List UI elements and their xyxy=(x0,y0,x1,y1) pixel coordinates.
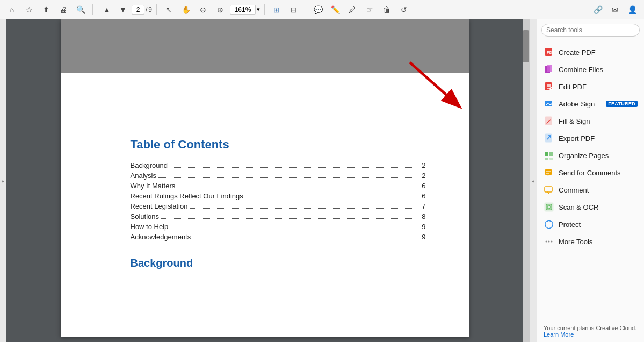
combine-files-icon xyxy=(544,64,554,75)
tool-scan-ocr[interactable]: Scan & OCR xyxy=(537,198,644,216)
adobe-sign-icon xyxy=(544,98,554,109)
toc-entry: Recent Legislation 7 xyxy=(131,202,426,210)
toc-page-num: 6 xyxy=(422,192,425,200)
sep4 xyxy=(306,4,306,15)
toc-entry-name: Acknowledgements xyxy=(131,233,191,241)
toc-title: Table of Contents xyxy=(131,138,426,152)
svg-rect-25 xyxy=(545,187,552,192)
undo-tool[interactable]: ↺ xyxy=(396,2,411,17)
protect-icon xyxy=(544,219,554,230)
toc-dots xyxy=(170,229,419,229)
zoom-control: 161% ▾ xyxy=(230,5,260,15)
toc-page-num: 2 xyxy=(422,161,425,169)
tool-edit-pdf[interactable]: Edit PDF xyxy=(537,78,644,95)
toc-entry-name: Recent Rulings Reflect Our Findings xyxy=(131,192,243,200)
left-panel-toggle[interactable]: ▸ xyxy=(0,19,6,342)
zoom-plus-tool[interactable]: ⊕ xyxy=(213,2,228,17)
toc-entry-name: How to Help xyxy=(131,223,169,231)
pdf-page: Table of Contents Background 2 Analysis … xyxy=(61,19,469,337)
scrollbar-thumb[interactable] xyxy=(523,30,529,62)
more-tools-icon xyxy=(544,236,554,247)
crop-tool[interactable]: ⊟ xyxy=(286,2,301,17)
tools-search-input[interactable] xyxy=(541,24,640,37)
pen-tool[interactable]: ✏️ xyxy=(328,2,343,17)
highlight-tool[interactable]: 🖊 xyxy=(345,2,360,17)
featured-badge: FEATURED xyxy=(606,101,638,107)
page-up-button[interactable]: ▲ xyxy=(99,2,114,17)
toc-dots xyxy=(190,208,419,209)
toc-dots xyxy=(161,218,419,219)
toc-entry-name: Why It Matters xyxy=(131,182,176,190)
mail-icon[interactable]: ✉ xyxy=(607,2,623,17)
comment-tool[interactable]: 💬 xyxy=(310,2,325,17)
right-panel-footer: Your current plan is Creative Cloud. Lea… xyxy=(537,320,644,342)
scan-ocr-label: Scan & OCR xyxy=(559,203,638,211)
fit-page-tool[interactable]: ⊞ xyxy=(269,2,284,17)
vertical-scrollbar[interactable] xyxy=(523,19,529,342)
tool-adobe-sign[interactable]: Adobe Sign FEATURED xyxy=(537,95,644,112)
tool-combine-files[interactable]: Combine Files xyxy=(537,61,644,78)
tool-protect[interactable]: Protect xyxy=(537,216,644,233)
toc-page-num: 8 xyxy=(422,212,425,220)
svg-point-32 xyxy=(551,241,553,243)
export-pdf-label: Export PDF xyxy=(559,134,638,142)
toc-entry-name: Solutions xyxy=(131,212,159,220)
hand2-tool[interactable]: ☞ xyxy=(362,2,377,17)
svg-point-30 xyxy=(546,241,547,243)
zoom-dropdown-icon[interactable]: ▾ xyxy=(257,6,260,13)
export-pdf-icon xyxy=(544,133,554,144)
zoom-out-icon[interactable]: 🔍 xyxy=(73,2,88,17)
toc-page-num: 2 xyxy=(422,172,425,180)
toc-dots xyxy=(245,198,420,198)
toc-section: Table of Contents Background 2 Analysis … xyxy=(131,138,426,241)
tool-export-pdf[interactable]: Export PDF xyxy=(537,130,644,147)
hand-tool[interactable]: ✋ xyxy=(178,2,193,17)
tool-more-tools[interactable]: More Tools xyxy=(537,233,644,250)
svg-marker-22 xyxy=(547,175,549,176)
page-down-button[interactable]: ▼ xyxy=(115,2,131,17)
current-page-input[interactable]: 2 xyxy=(132,5,144,15)
sep2 xyxy=(156,4,157,15)
protect-label: Protect xyxy=(559,220,638,229)
adobe-sign-label: Adobe Sign xyxy=(559,100,602,108)
toc-page-num: 9 xyxy=(422,233,425,241)
print-icon[interactable]: 🖨 xyxy=(56,2,71,17)
toc-dots xyxy=(193,239,419,239)
zoom-input[interactable]: 161% xyxy=(230,5,256,15)
sep3 xyxy=(264,4,265,15)
toc-page-num: 6 xyxy=(422,182,425,190)
toc-entry-name: Recent Legislation xyxy=(131,202,188,210)
tool-fill-sign[interactable]: Fill & Sign xyxy=(537,112,644,130)
cursor-tool[interactable]: ↖ xyxy=(161,2,176,17)
user-icon[interactable]: 👤 xyxy=(625,2,640,17)
main-layout: ▸ Table of Contents Background xyxy=(0,19,644,342)
learn-more-link[interactable]: Learn More xyxy=(544,331,574,338)
delete-tool[interactable]: 🗑 xyxy=(379,2,394,17)
link-icon[interactable]: 🔗 xyxy=(590,2,605,17)
svg-rect-18 xyxy=(549,152,553,156)
toc-page-num: 9 xyxy=(422,223,425,231)
svg-rect-19 xyxy=(545,158,548,160)
tool-comment[interactable]: Comment xyxy=(537,181,644,198)
fill-sign-icon xyxy=(544,116,554,126)
svg-text:PDF: PDF xyxy=(547,51,554,54)
home-icon[interactable]: ⌂ xyxy=(4,2,19,17)
svg-rect-14 xyxy=(545,117,552,125)
tool-organize-pages[interactable]: Organize Pages xyxy=(537,147,644,164)
zoom-minus-tool[interactable]: ⊖ xyxy=(196,2,211,17)
toc-entry: Solutions 8 xyxy=(131,212,426,220)
toc-entry-name: Analysis xyxy=(131,172,156,180)
organize-pages-label: Organize Pages xyxy=(559,152,638,160)
toc-entry: Analysis 2 xyxy=(131,172,426,180)
pdf-viewer: Table of Contents Background 2 Analysis … xyxy=(6,19,523,342)
tools-search-container xyxy=(537,19,644,41)
right-panel-toggle[interactable]: ◂ xyxy=(529,19,537,342)
upload-icon[interactable]: ⬆ xyxy=(39,2,54,17)
create-pdf-icon: PDF xyxy=(544,47,554,58)
tool-create-pdf[interactable]: PDF Create PDF xyxy=(537,44,644,61)
toc-page-num: 7 xyxy=(422,202,425,210)
tool-send-comments[interactable]: Send for Comments xyxy=(537,164,644,181)
comment-tool-icon xyxy=(544,184,554,195)
page-nav: ▲ ▼ 2 / 9 xyxy=(99,2,152,17)
bookmark-icon[interactable]: ☆ xyxy=(21,2,37,17)
